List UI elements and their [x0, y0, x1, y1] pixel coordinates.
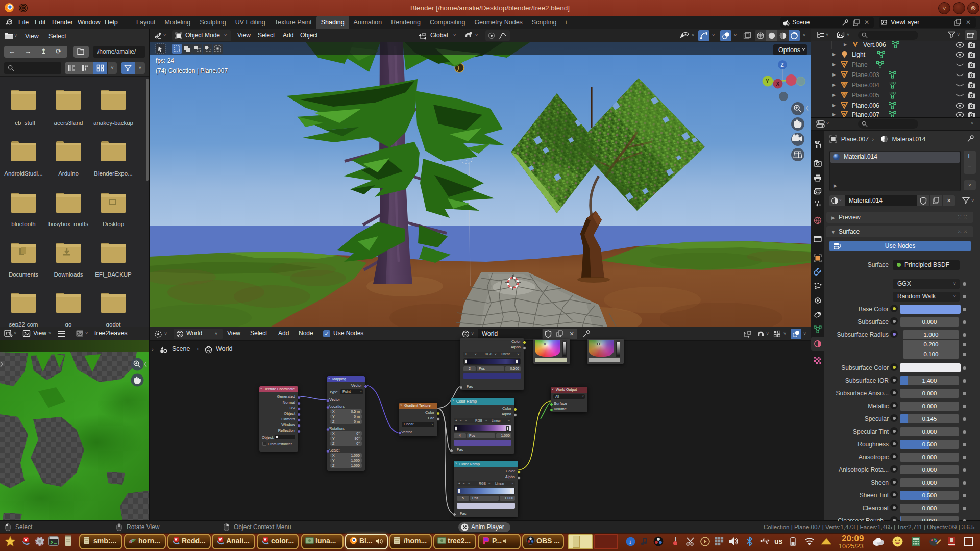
svg-text:X: X [776, 81, 780, 87]
svg-text:fps: 24: fps: 24 [156, 57, 174, 64]
svg-text:Options: Options [778, 46, 800, 54]
svg-text:(74) Collection | Plane.007: (74) Collection | Plane.007 [156, 67, 228, 74]
svg-text:Z: Z [781, 62, 784, 68]
svg-text:Y: Y [766, 79, 769, 84]
